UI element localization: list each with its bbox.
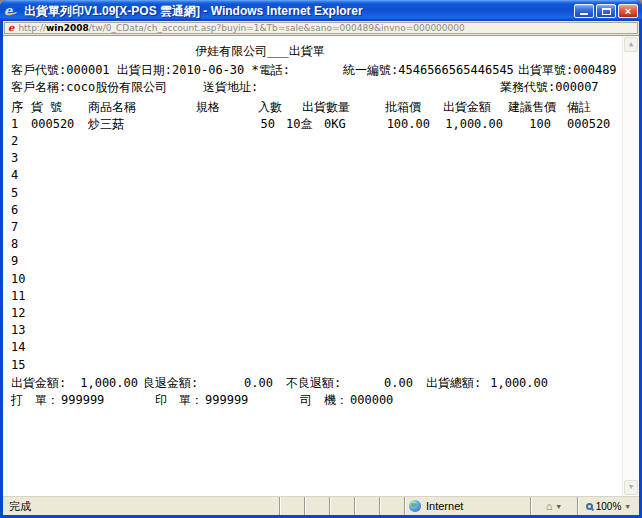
row1-ship-qty: 10盒	[286, 117, 312, 131]
grand-total-value: 1,000.00	[473, 376, 548, 390]
order-no-value: 000489	[573, 63, 616, 77]
sales-code-value: 000007	[555, 80, 598, 94]
table-row: 14	[11, 340, 25, 354]
table-row: 9	[11, 254, 18, 268]
minimize-button[interactable]	[574, 4, 594, 18]
row1-code: 000520	[31, 117, 74, 131]
status-panel-empty	[304, 497, 329, 515]
ship-date-label: 出貨日期:	[117, 63, 172, 77]
window-title: 出貨單列印V1.09[X-POS 雲通網] - Windows Internet…	[24, 3, 574, 20]
tax-id-label: 統一編號:	[343, 63, 398, 77]
vertical-scrollbar[interactable]: ▲ ▼	[622, 36, 639, 496]
browser-window: e 出貨單列印V1.09[X-POS 雲通網] - Windows Intern…	[0, 0, 642, 518]
customer-name: 客戶名稱:coco股份有限公司	[11, 80, 167, 94]
close-icon: ×	[625, 6, 631, 17]
scroll-up-icon: ▲	[629, 41, 633, 48]
status-panel-empty	[329, 497, 354, 515]
col-header-in-qty: 入數	[258, 100, 282, 114]
table-row: 8	[11, 237, 18, 251]
row1-weight: 0KG	[324, 117, 346, 131]
phone-label: *電話:	[252, 63, 290, 77]
print-operator-value: 999999	[61, 393, 104, 407]
driver-label: 司 機：	[300, 393, 348, 407]
minimize-icon	[580, 13, 588, 15]
row1-in-qty: 50	[243, 117, 275, 131]
row1-seq: 1	[11, 117, 18, 131]
maximize-icon	[602, 8, 611, 15]
scroll-up-button[interactable]: ▲	[624, 37, 638, 52]
chevron-down-icon: ▼	[555, 503, 562, 510]
scroll-down-button[interactable]: ▼	[624, 480, 638, 495]
maximize-button[interactable]	[596, 4, 616, 18]
row1-amount: 1,000.00	[433, 117, 503, 131]
page-content: 伊娃有限公司___出貨單 客戶代號:000001 出貨日期:2010-06-30…	[3, 35, 639, 496]
driver-value: 000000	[350, 393, 393, 407]
row1-name: 炒三菇	[88, 117, 124, 131]
issue-operator-label: 印 單：	[155, 393, 203, 407]
address-url: http://win2008/tw/0_CData/ch_account.asp…	[18, 23, 464, 33]
customer-name-value: coco股份有限公司	[66, 80, 167, 94]
table-row: 15	[11, 358, 25, 372]
status-text-panel: 完成	[3, 497, 279, 515]
window-controls: ×	[574, 4, 638, 18]
zoom-control[interactable]: 100% ▼	[577, 497, 639, 515]
bad-return-value: 0.00	[351, 376, 413, 390]
table-row: 6	[11, 203, 18, 217]
security-zone-panel: Internet	[404, 497, 530, 515]
title-bar: e 出貨單列印V1.09[X-POS 雲通網] - Windows Intern…	[0, 0, 642, 21]
sales-code-label: 業務代號:	[500, 80, 555, 94]
sales-code: 業務代號:000007	[500, 80, 599, 94]
table-row: 13	[11, 323, 25, 337]
info-line-1: 客戶代號:000001 出貨日期:2010-06-30 *電話:	[11, 63, 290, 77]
col-header-amount: 出貨金額	[443, 100, 491, 114]
customer-name-label: 客戶名稱:	[11, 80, 66, 94]
order-no-label: 出貨單號:	[518, 63, 573, 77]
url-domain: win2008	[46, 23, 89, 33]
tax-id-value: 4546566565446545	[398, 63, 514, 77]
ship-date-value: 2010-06-30	[172, 63, 244, 77]
customer-code-value: 000001	[66, 63, 109, 77]
status-panel-empty	[279, 497, 304, 515]
col-header-code: 貨 號	[31, 100, 62, 114]
good-return-label: 良退金額:	[143, 376, 198, 390]
status-panel-empty	[354, 497, 379, 515]
table-row: 2	[11, 134, 18, 148]
zone-label: Internet	[426, 500, 463, 512]
col-header-sugg: 建議售價	[508, 100, 556, 114]
table-row: 11	[11, 289, 25, 303]
zoom-level: 100%	[596, 501, 622, 512]
table-row: 12	[11, 306, 25, 320]
good-return-value: 0.00	[211, 376, 273, 390]
close-button[interactable]: ×	[618, 4, 638, 18]
internet-globe-icon	[409, 500, 421, 512]
ship-amount-value: 1,000.00	[68, 376, 138, 390]
row1-sugg-price: 100	[503, 117, 551, 131]
ship-amount-label: 出貨金額:	[11, 376, 66, 390]
status-bar: 完成 Internet ⌂ ▼ 100% ▼	[3, 496, 639, 515]
print-operator-label: 打 單：	[11, 393, 59, 407]
customer-code-label: 客戶代號:	[11, 63, 66, 77]
document-title: 伊娃有限公司___出貨單	[3, 44, 517, 58]
col-header-box-price: 批箱價	[385, 100, 421, 114]
row1-note: 000520	[567, 117, 610, 131]
status-text: 完成	[9, 499, 31, 514]
address-field[interactable]: e http://win2008/tw/0_CData/ch_account.a…	[4, 22, 638, 34]
table-row: 5	[11, 186, 18, 200]
scroll-down-icon: ▼	[629, 484, 633, 491]
phishing-filter-panel[interactable]: ⌂ ▼	[530, 497, 577, 515]
col-header-note: 備註	[567, 100, 591, 114]
col-header-ship-qty: 出貨數量	[302, 100, 350, 114]
window-frame: e http://win2008/tw/0_CData/ch_account.a…	[0, 21, 642, 518]
ie-logo-icon[interactable]: e	[4, 4, 20, 18]
col-header-name: 商品名稱	[88, 100, 136, 114]
house-icon: ⌂	[546, 501, 553, 512]
ship-address-label: 送貨地址:	[203, 80, 258, 94]
ship-address: 送貨地址:	[203, 80, 258, 94]
order-no: 出貨單號:000489	[518, 63, 617, 77]
url-path: /tw/0_CData/ch_account.asp?buyin=1&Tb=sa…	[89, 23, 465, 33]
table-row: 10	[11, 272, 25, 286]
address-bar: e http://win2008/tw/0_CData/ch_account.a…	[3, 21, 639, 35]
table-row: 7	[11, 220, 18, 234]
favicon-icon: e	[8, 23, 14, 33]
table-row: 3	[11, 151, 18, 165]
